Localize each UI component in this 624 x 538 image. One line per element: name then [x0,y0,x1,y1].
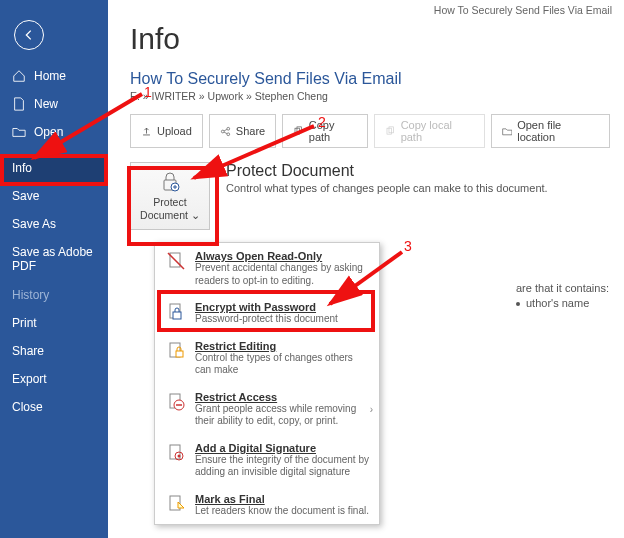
lock-shield-icon [158,170,182,194]
protect-document-section: Protect Document ⌄ Protect Document Cont… [130,162,610,230]
svg-point-2 [227,132,230,135]
dd-sub: Ensure the integrity of the document by … [195,454,369,479]
protect-document-dropdown: Always Open Read-OnlyPrevent accidental … [154,242,380,525]
chevron-right-icon: › [370,404,373,415]
bullet-icon [516,302,520,306]
dd-sub: Grant people access while removing their… [195,403,369,428]
sidebar-item-label: Save as Adobe PDF [12,245,96,274]
window-title: How To Securely Send Files Via Email [434,4,612,16]
dd-sub: Control the types of changes others can … [195,352,369,377]
sidebar-item-label: Info [12,161,32,175]
copy-icon [385,126,396,137]
restrict-access-icon [165,391,187,413]
share-button[interactable]: Share [209,114,276,148]
svg-point-0 [221,130,224,133]
props-bullet: uthor's name [526,297,589,309]
sidebar-item-save[interactable]: Save [0,182,108,210]
open-icon [12,125,26,139]
props-intro: are that it contains: [516,282,609,294]
svg-point-18 [178,454,181,457]
folder-icon [502,126,513,137]
sidebar-item-label: Close [12,400,43,414]
open-file-location-button[interactable]: Open file location [491,114,610,148]
back-button[interactable] [14,20,44,50]
copy-icon [293,126,304,137]
readonly-icon [165,250,187,272]
annotation-label-2: 2 [318,114,326,130]
sidebar-item-save-as[interactable]: Save As [0,210,108,238]
annotation-label-1: 1 [144,84,152,100]
dd-title: Mark as Final [195,493,369,505]
dd-title: Add a Digital Signature [195,442,369,454]
svg-rect-11 [173,312,181,319]
final-icon [165,493,187,515]
sidebar-item-print[interactable]: Print [0,309,108,337]
dd-title: Restrict Editing [195,340,369,352]
document-title: How To Securely Send Files Via Email [130,70,610,88]
svg-point-1 [227,127,230,130]
sidebar-item-home[interactable]: Home [0,62,108,90]
sidebar: Home New Open Info Save Save As Save as … [0,0,108,538]
annotation-label-3: 3 [404,238,412,254]
sidebar-item-label: Home [34,69,66,83]
upload-button[interactable]: Upload [130,114,203,148]
dd-mark-as-final[interactable]: Mark as FinalLet readers know the docume… [155,486,379,525]
breadcrumb: E: » IWRITER » Upwork » Stephen Cheng [130,90,610,102]
sidebar-item-export[interactable]: Export [0,365,108,393]
dd-sub: Prevent accidental changes by asking rea… [195,262,369,287]
dd-sub: Let readers know the document is final. [195,505,369,518]
sidebar-item-open[interactable]: Open [0,118,108,146]
sidebar-item-label: Export [12,372,47,386]
svg-rect-13 [176,351,183,357]
dd-restrict-access[interactable]: Restrict AccessGrant people access while… [155,384,379,435]
protect-document-button[interactable]: Protect Document ⌄ [130,162,210,230]
sidebar-item-new[interactable]: New [0,90,108,118]
button-label: Upload [157,125,192,137]
restrict-edit-icon [165,340,187,362]
sidebar-item-label: Open [34,125,63,139]
page-title: Info [130,22,610,56]
button-label: Share [236,125,265,137]
sidebar-item-label: History [12,288,49,302]
sidebar-item-label: New [34,97,58,111]
section-desc: Control what types of changes people can… [226,182,548,194]
button-label: Copy path [309,119,357,143]
sidebar-item-label: Save [12,189,39,203]
home-icon [12,69,26,83]
signature-icon [165,442,187,464]
sidebar-item-label: Save As [12,217,56,231]
button-label: Copy local path [401,119,474,143]
upload-icon [141,126,152,137]
new-icon [12,97,26,111]
sidebar-item-info[interactable]: Info [0,154,108,182]
share-icon [220,126,231,137]
dd-title: Restrict Access [195,391,369,403]
dd-add-digital-signature[interactable]: Add a Digital SignatureEnsure the integr… [155,435,379,486]
button-label: Open file location [517,119,599,143]
document-properties-fragment: are that it contains: uthor's name [516,282,609,312]
section-title: Protect Document [226,162,548,180]
sidebar-item-history: History [0,281,108,309]
dd-always-open-read-only[interactable]: Always Open Read-OnlyPrevent accidental … [155,243,379,294]
sidebar-item-label: Share [12,344,44,358]
encrypt-icon [165,301,187,323]
toolbar: Upload Share Copy path Copy local path O… [130,114,610,148]
copy-local-path-button: Copy local path [374,114,485,148]
sidebar-item-share[interactable]: Share [0,337,108,365]
dd-title: Encrypt with Password [195,301,338,313]
sidebar-item-label: Print [12,316,37,330]
dd-sub: Password-protect this document [195,313,338,326]
sidebar-item-save-adobe-pdf[interactable]: Save as Adobe PDF [0,238,108,281]
button-label: Protect Document ⌄ [131,196,209,221]
dd-restrict-editing[interactable]: Restrict EditingControl the types of cha… [155,333,379,384]
dd-encrypt-with-password[interactable]: Encrypt with PasswordPassword-protect th… [155,294,379,333]
dd-title: Always Open Read-Only [195,250,369,262]
section-text: Protect Document Control what types of c… [226,162,548,194]
sidebar-item-close[interactable]: Close [0,393,108,421]
back-arrow-icon [22,28,36,42]
